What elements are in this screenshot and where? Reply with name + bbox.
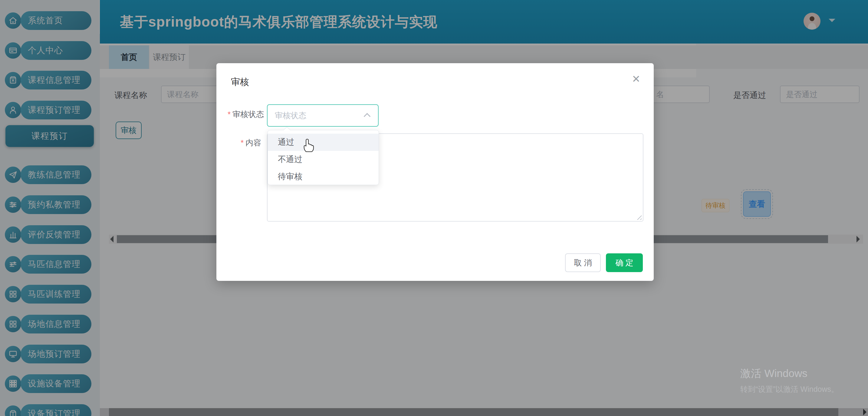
confirm-button[interactable]: 确 定: [606, 253, 643, 272]
option-pending[interactable]: 待审核: [268, 168, 379, 185]
watermark-line2: 转到“设置”以激活 Windows。: [740, 384, 839, 394]
status-select[interactable]: 审核状态: [267, 104, 379, 127]
option-pass[interactable]: 通过: [268, 134, 379, 151]
windows-activation-watermark: 激活 Windows 转到“设置”以激活 Windows。: [740, 367, 839, 394]
status-select-placeholder: 审核状态: [275, 105, 306, 126]
chevron-up-icon: [364, 113, 371, 120]
close-icon[interactable]: ✕: [632, 73, 641, 85]
required-asterisk: *: [241, 138, 244, 147]
app-window: 系统首页 个人中心 课程信息管理 课程预订管理 课程预订 教练信息管理: [0, 0, 868, 416]
hand-cursor-icon: [302, 138, 315, 154]
watermark-line1: 激活 Windows: [740, 367, 839, 381]
content-field-label: *内容: [241, 138, 261, 148]
status-dropdown: 通过 不通过 待审核: [268, 130, 379, 185]
status-field-label: *审核状态: [227, 109, 264, 120]
cancel-button[interactable]: 取 消: [565, 253, 601, 272]
resize-grip-icon[interactable]: [637, 215, 642, 220]
option-fail[interactable]: 不通过: [268, 151, 379, 168]
required-asterisk: *: [227, 110, 230, 119]
modal-title: 审核: [231, 76, 249, 88]
